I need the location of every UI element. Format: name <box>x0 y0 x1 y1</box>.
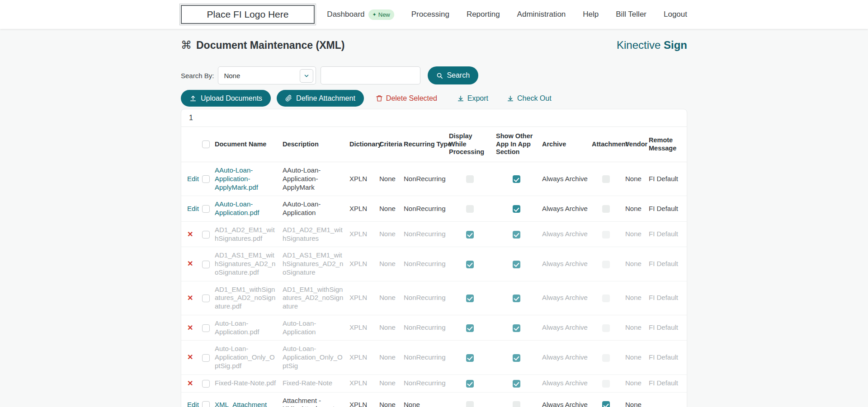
nav-processing[interactable]: Processing <box>411 10 449 19</box>
col-display-while-processing: Display While Processing <box>446 127 493 162</box>
cancel-checkout-x-icon[interactable]: ✕ <box>187 324 193 332</box>
new-badge: ✦ New <box>368 9 394 20</box>
dictionary-cell: XPLN <box>347 374 377 392</box>
dictionary-cell: XPLN <box>347 196 377 222</box>
cancel-checkout-x-icon[interactable]: ✕ <box>187 353 193 361</box>
archive-cell: Always Archive <box>539 221 589 247</box>
search-button[interactable]: Search <box>428 66 478 84</box>
action-column-header <box>181 127 199 162</box>
criteria-cell: None <box>377 221 401 247</box>
document-name-link: AD1_AS1_EM1_withSignatures_AD2_noSignatu… <box>215 251 275 276</box>
define-attachment-button[interactable]: Define Attachment <box>277 90 364 107</box>
vendor-cell: None <box>623 374 646 392</box>
archive-cell: Always Archive <box>539 281 589 315</box>
export-button[interactable]: Export <box>457 94 488 103</box>
download-icon <box>457 95 464 102</box>
nav-reporting[interactable]: Reporting <box>467 10 500 19</box>
search-input[interactable] <box>321 66 420 84</box>
row-select-checkbox[interactable] <box>202 175 210 183</box>
show-other-app-checkbox <box>513 324 520 332</box>
check-out-button[interactable]: Check Out <box>507 94 552 103</box>
document-name-link[interactable]: AAuto-Loan-Application-ApplyMark.pdf <box>215 166 258 191</box>
row-select-checkbox[interactable] <box>202 205 210 213</box>
edit-link[interactable]: Edit <box>187 401 199 407</box>
show-other-app-checkbox <box>513 380 520 388</box>
attachment-checkbox[interactable] <box>602 205 610 213</box>
dictionary-cell: XPLN <box>347 247 377 281</box>
nav-help[interactable]: Help <box>583 10 599 19</box>
criteria-cell: None <box>377 196 401 222</box>
define-attachment-label: Define Attachment <box>296 94 355 103</box>
nav-administration[interactable]: Administration <box>517 10 566 19</box>
table-row: ✕ Auto-Loan-Application.pdf Auto-Loan-Ap… <box>181 315 687 341</box>
nav-logout[interactable]: Logout <box>664 10 687 19</box>
description-cell: Attachment - XML_Attachment <box>280 392 347 407</box>
recurring-type-cell: NonRecurring <box>401 162 446 196</box>
archive-cell: Always Archive <box>539 247 589 281</box>
attachment-checkbox <box>602 354 610 362</box>
table-row: Edit AAuto-Loan-Application-ApplyMark.pd… <box>181 162 687 196</box>
show-other-app-checkbox[interactable] <box>513 401 520 407</box>
display-while-processing-checkbox <box>466 261 474 268</box>
vendor-cell: None <box>623 315 646 341</box>
show-other-app-checkbox[interactable] <box>513 175 520 183</box>
row-select-checkbox[interactable] <box>202 401 210 407</box>
command-icon: ⌘ <box>181 39 192 51</box>
document-name-link[interactable]: AAuto-Loan-Application.pdf <box>215 200 259 216</box>
cancel-checkout-x-icon[interactable]: ✕ <box>187 294 193 302</box>
vendor-cell: None <box>623 392 646 407</box>
edit-link[interactable]: Edit <box>187 205 199 212</box>
pagination-page-1[interactable]: 1 <box>188 114 194 122</box>
row-select-checkbox[interactable] <box>202 231 210 239</box>
show-other-app-checkbox <box>513 354 520 362</box>
search-by-select[interactable]: None <box>218 66 316 84</box>
nav-dashboard[interactable]: Dashboard ✦ New <box>327 9 394 20</box>
trash-icon <box>376 95 383 102</box>
criteria-cell: None <box>377 341 401 374</box>
upload-documents-button[interactable]: Upload Documents <box>181 90 271 107</box>
select-all-header <box>199 127 212 162</box>
display-while-processing-checkbox[interactable] <box>466 401 474 407</box>
delete-selected-button[interactable]: Delete Selected <box>376 94 437 103</box>
recurring-type-cell: NonRecurring <box>401 281 446 315</box>
cancel-checkout-x-icon[interactable]: ✕ <box>187 230 193 238</box>
table-row: Edit AAuto-Loan-Application.pdf AAuto-Lo… <box>181 196 687 222</box>
edit-link[interactable]: Edit <box>187 175 199 182</box>
nav-user-bill-teller[interactable]: Bill Teller <box>616 10 646 19</box>
select-all-checkbox[interactable] <box>202 140 210 148</box>
row-select-checkbox[interactable] <box>202 380 210 388</box>
criteria-cell: None <box>377 247 401 281</box>
display-while-processing-checkbox[interactable] <box>466 175 474 183</box>
fi-logo-placeholder: Place FI Logo Here <box>181 5 315 24</box>
row-select-checkbox[interactable] <box>202 354 210 362</box>
col-attachment: Attachment <box>589 127 623 162</box>
row-select-checkbox[interactable] <box>202 261 210 268</box>
vendor-cell: None <box>623 162 646 196</box>
display-while-processing-checkbox[interactable] <box>466 205 474 213</box>
cancel-checkout-x-icon[interactable]: ✕ <box>187 260 193 267</box>
delete-selected-label: Delete Selected <box>386 94 437 103</box>
check-out-label: Check Out <box>517 94 552 103</box>
attachment-checkbox[interactable] <box>602 175 610 183</box>
dictionary-cell: XPLN <box>347 221 377 247</box>
main-content: ⌘ Document Maintenance (XML) Kinective S… <box>181 29 687 407</box>
remote-message-cell <box>646 392 687 407</box>
row-select-checkbox[interactable] <box>202 324 210 332</box>
fi-logo-text: Place FI Logo Here <box>207 9 289 20</box>
brand-suffix: Sign <box>664 39 687 51</box>
upload-documents-label: Upload Documents <box>201 94 262 103</box>
criteria-cell: None <box>377 162 401 196</box>
main-nav: Dashboard ✦ New Processing Reporting Adm… <box>327 9 687 20</box>
table-row: ✕ AD1_AS1_EM1_withSignatures_AD2_noSigna… <box>181 247 687 281</box>
recurring-type-cell: NonRecurring <box>401 247 446 281</box>
attachment-checkbox[interactable] <box>602 401 610 407</box>
cancel-checkout-x-icon[interactable]: ✕ <box>187 379 193 387</box>
recurring-type-cell: NonRecurring <box>401 196 446 222</box>
archive-cell: Always Archive <box>539 374 589 392</box>
show-other-app-checkbox[interactable] <box>513 205 520 213</box>
row-select-checkbox[interactable] <box>202 295 210 302</box>
col-archive: Archive <box>539 127 589 162</box>
document-name-link[interactable]: XML_Attachment <box>215 401 267 407</box>
pagination-bar: 1 <box>181 109 687 127</box>
attachment-checkbox <box>602 380 610 388</box>
